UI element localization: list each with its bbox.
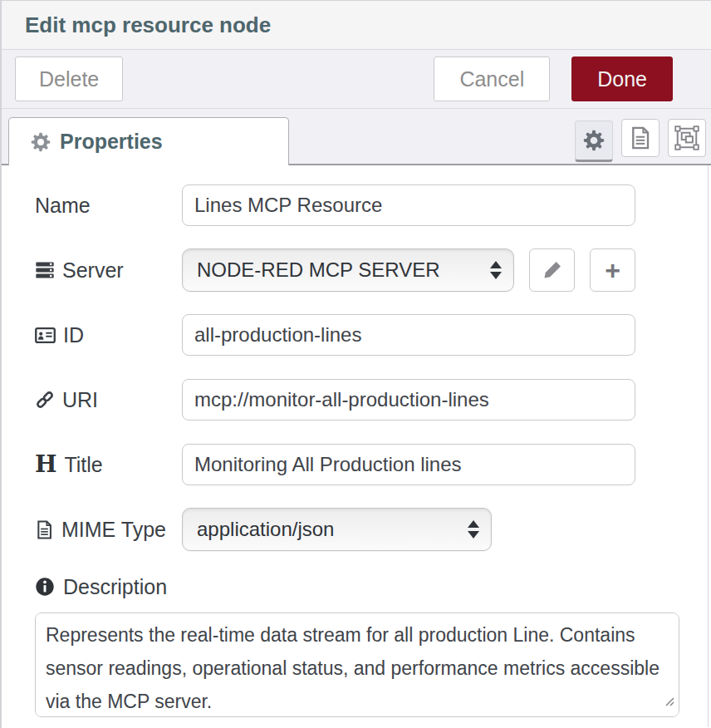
- field-row-name: Name: [35, 184, 708, 227]
- tab-button-appearance[interactable]: [668, 119, 706, 157]
- pencil-icon: [542, 259, 563, 281]
- gear-icon: [31, 132, 51, 152]
- description-field: Represents the real-time data stream for…: [35, 612, 679, 717]
- edit-node-dialog: Edit mcp resource node Delete Cancel Don…: [0, 0, 711, 728]
- mime-type-select[interactable]: application/json: [182, 508, 492, 551]
- plus-icon: +: [605, 257, 620, 283]
- id-label: ID: [35, 323, 182, 347]
- tab-bar: Properties: [2, 109, 711, 165]
- delete-button[interactable]: Delete: [15, 57, 123, 101]
- server-select[interactable]: NODE-RED MCP SERVER: [182, 248, 514, 292]
- document-icon: [629, 126, 652, 150]
- cancel-button[interactable]: Cancel: [434, 57, 550, 101]
- uri-input[interactable]: [182, 379, 635, 421]
- field-row-id: ID: [35, 313, 708, 357]
- mime-select-value: application/json: [197, 518, 334, 541]
- server-icon: [35, 260, 55, 280]
- id-input[interactable]: [182, 314, 635, 356]
- server-select-value: NODE-RED MCP SERVER: [197, 258, 440, 282]
- edit-server-button[interactable]: [529, 248, 575, 292]
- tab-properties[interactable]: Properties: [8, 117, 289, 165]
- field-row-title: H Title: [35, 443, 708, 486]
- select-arrows-icon: [468, 520, 479, 539]
- title-label: H Title: [35, 453, 182, 477]
- action-bar: Delete Cancel Done: [2, 50, 711, 109]
- heading-icon: H: [35, 453, 56, 476]
- object-group-icon: [674, 125, 699, 150]
- server-label: Server: [35, 258, 182, 283]
- tab-button-properties[interactable]: [575, 121, 613, 162]
- info-icon: [35, 577, 55, 597]
- properties-form: Name: [2, 165, 709, 727]
- mime-label: MIME Type: [35, 518, 182, 542]
- name-input[interactable]: [182, 184, 635, 226]
- tab-properties-label: Properties: [60, 130, 163, 154]
- tab-button-description[interactable]: [621, 119, 660, 157]
- id-card-icon: [35, 325, 56, 346]
- field-row-uri: URI: [35, 378, 708, 421]
- description-textarea[interactable]: Represents the real-time data stream for…: [35, 612, 679, 717]
- name-label: Name: [35, 194, 182, 218]
- add-server-button[interactable]: +: [590, 248, 635, 292]
- file-lines-icon: [35, 520, 54, 539]
- title-input[interactable]: [182, 444, 635, 485]
- dialog-title: Edit mcp resource node: [25, 12, 271, 38]
- uri-label: URI: [35, 388, 182, 412]
- done-button[interactable]: Done: [571, 57, 673, 101]
- gear-icon: [583, 130, 605, 151]
- select-arrows-icon: [490, 261, 502, 279]
- description-label: Description: [35, 573, 708, 601]
- field-row-server: Server NODE-RED MCP SERVER +: [35, 248, 708, 292]
- field-row-mime: MIME Type application/json: [35, 508, 708, 551]
- dialog-header: Edit mcp resource node: [2, 1, 711, 50]
- link-icon: [35, 390, 55, 410]
